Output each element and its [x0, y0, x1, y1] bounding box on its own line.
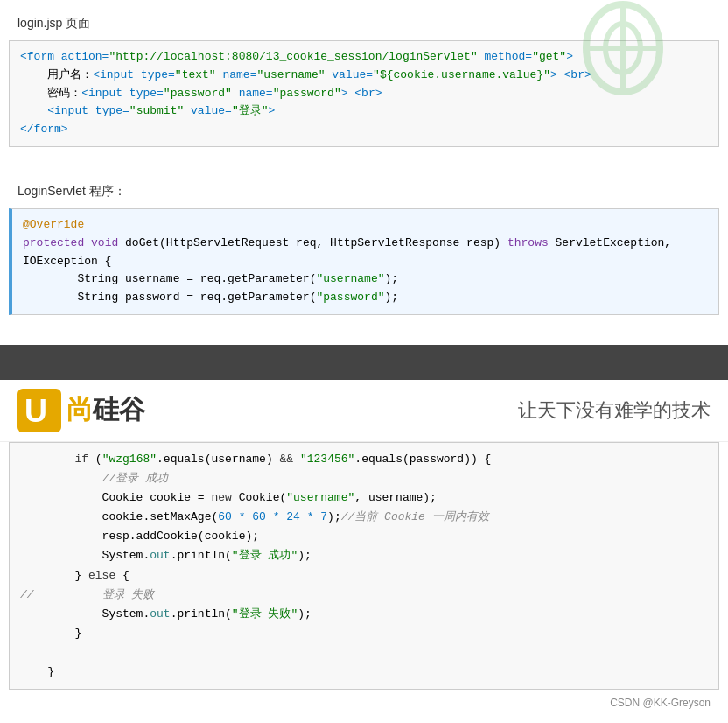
- logo-left: U 尚硅谷: [18, 389, 145, 432]
- atguigu-icon: U: [18, 389, 61, 432]
- logo-text: 尚硅谷: [66, 392, 145, 428]
- max-age-val: 60 * 60 * 24 * 7: [218, 510, 327, 523]
- if-keyword: if: [74, 453, 88, 466]
- throws-keyword: throws: [508, 236, 549, 249]
- password-param: "password": [316, 291, 384, 304]
- watermark: [570, 0, 676, 105]
- out-println-fail: out: [150, 607, 170, 621]
- form-tag-close: </form>: [20, 123, 68, 136]
- comment-login-fail: // 登录 失败: [20, 588, 154, 601]
- comment-cookie-expire: //当前 Cookie 一周内有效: [341, 510, 489, 523]
- form-tag-open: <form action="http://localhost:8080/13_c…: [20, 50, 573, 63]
- username-param: "username": [316, 272, 384, 285]
- str-login-success: "登录 成功": [232, 549, 298, 562]
- out-println-success: out: [150, 549, 170, 562]
- str-username: "username": [286, 491, 354, 504]
- comment-login-success: //登录 成功: [102, 472, 168, 485]
- top-section: login.jsp 页面 <form action="http://localh…: [0, 0, 728, 345]
- gap1: [0, 151, 728, 177]
- input-password: <input type="password" name="password">: [81, 87, 347, 100]
- logo-char-shang: 尚: [66, 395, 93, 424]
- bottom-code-block: if ("wzg168".equals(username) && "123456…: [9, 442, 719, 690]
- servlet-label: LoginServlet 程序：: [0, 177, 728, 205]
- logo-tagline: 让天下没有难学的技术: [518, 397, 710, 424]
- override-annotation: @Override: [23, 218, 84, 231]
- else-keyword: else: [88, 569, 116, 582]
- str-123456: "123456": [300, 453, 354, 466]
- protected-keyword: protected: [23, 236, 84, 249]
- input-submit: <input type="submit" value="登录">: [47, 104, 275, 117]
- input-username: <input type="text" name="username" value…: [93, 68, 557, 81]
- svg-text:U: U: [24, 393, 47, 429]
- bottom-section: if ("wzg168".equals(username) && "123456…: [0, 442, 728, 712]
- logo-section: U 尚硅谷 让天下没有难学的技术: [0, 380, 728, 442]
- dark-divider: [0, 345, 728, 380]
- logo-char-guigu: 硅谷: [93, 395, 145, 424]
- str-login-fail: "登录 失败": [232, 607, 298, 621]
- servlet-code-block: @Override protected void doGet(HttpServl…: [9, 208, 719, 315]
- credit-line: CSDN @KK-Greyson: [0, 693, 728, 712]
- str-wzg168: "wzg168": [102, 453, 157, 466]
- gap2: [0, 319, 728, 345]
